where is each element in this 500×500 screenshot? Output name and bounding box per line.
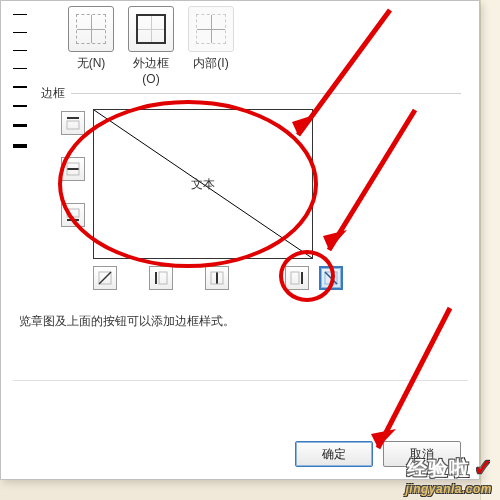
- horizontal-middle-button[interactable]: [61, 157, 85, 181]
- svg-rect-10: [159, 272, 167, 284]
- line-style-list[interactable]: [13, 1, 31, 161]
- h-middle-icon: [66, 162, 80, 176]
- svg-rect-14: [291, 272, 299, 284]
- svg-rect-2: [67, 168, 79, 170]
- watermark-check-icon: ✓: [474, 455, 492, 480]
- line-style-option[interactable]: [13, 124, 27, 127]
- v-middle-icon: [210, 271, 224, 285]
- bottom-edge-icon: [66, 208, 80, 222]
- right-edge-button[interactable]: [285, 266, 309, 290]
- edge-buttons-left: [61, 111, 85, 227]
- preset-none-button[interactable]: [68, 6, 114, 52]
- edge-buttons-bottom-right: [285, 266, 343, 290]
- line-style-option[interactable]: [13, 86, 27, 88]
- preview-text: 文本: [191, 176, 215, 193]
- watermark-sub: jingyanla.com: [405, 482, 492, 496]
- svg-line-8: [99, 272, 111, 284]
- svg-rect-1: [67, 121, 79, 129]
- svg-rect-13: [301, 272, 303, 284]
- line-style-option[interactable]: [13, 68, 27, 69]
- left-edge-button[interactable]: [149, 266, 173, 290]
- line-style-option[interactable]: [13, 144, 27, 148]
- vertical-middle-button[interactable]: [205, 266, 229, 290]
- diagonal-up-button[interactable]: [93, 266, 117, 290]
- preset-labels: 无(N) 外边框(O) 内部(I): [68, 55, 234, 86]
- preset-inner-button[interactable]: [188, 6, 234, 52]
- hint-text: 览章图及上面的按钮可以添加边框样式。: [19, 313, 235, 330]
- border-dialog: 无(N) 外边框(O) 内部(I) 边框 文本: [0, 0, 480, 480]
- preset-outer-label: 外边框(O): [128, 55, 174, 86]
- svg-rect-9: [155, 272, 157, 284]
- watermark: 经验啦✓ jingyanla.com: [405, 455, 492, 496]
- diagonal-down-icon: [324, 271, 338, 285]
- preset-none-icon: [76, 14, 106, 44]
- preset-none-label: 无(N): [68, 55, 114, 86]
- background-document-edge: [480, 0, 500, 500]
- left-edge-icon: [154, 271, 168, 285]
- line-style-option[interactable]: [13, 105, 27, 107]
- watermark-main: 经验啦: [407, 457, 470, 479]
- line-style-option[interactable]: [13, 32, 27, 33]
- preset-inner-label: 内部(I): [188, 55, 234, 86]
- svg-rect-5: [67, 209, 79, 217]
- diagonal-down-button[interactable]: [319, 266, 343, 290]
- preset-row: [68, 6, 234, 52]
- preset-outer-button[interactable]: [128, 6, 174, 52]
- top-edge-button[interactable]: [61, 111, 85, 135]
- preset-outer-icon: [136, 14, 166, 44]
- border-preview: 文本: [93, 109, 313, 259]
- line-style-option[interactable]: [13, 50, 27, 51]
- border-section-label: 边框: [41, 85, 65, 102]
- diagonal-up-icon: [98, 271, 112, 285]
- ok-button[interactable]: 确定: [295, 441, 373, 467]
- section-divider: [71, 93, 461, 94]
- preset-inner-icon: [196, 14, 226, 44]
- svg-rect-4: [67, 219, 79, 221]
- svg-line-16: [325, 272, 337, 284]
- svg-rect-0: [67, 117, 79, 119]
- svg-rect-11: [216, 272, 218, 284]
- right-edge-icon: [290, 271, 304, 285]
- edge-buttons-bottom: [93, 266, 229, 290]
- dialog-content: 无(N) 外边框(O) 内部(I) 边框 文本: [13, 1, 468, 381]
- bottom-edge-button[interactable]: [61, 203, 85, 227]
- line-style-option[interactable]: [13, 14, 27, 15]
- top-edge-icon: [66, 116, 80, 130]
